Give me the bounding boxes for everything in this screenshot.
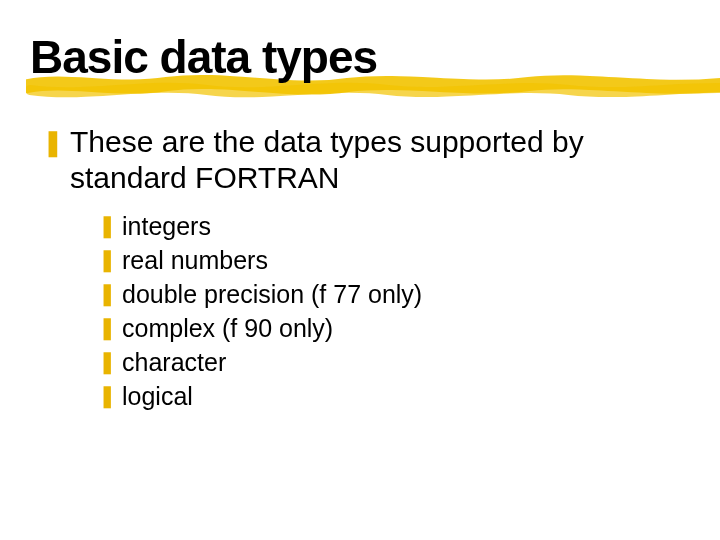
item-text: double precision (f 77 only) bbox=[122, 278, 422, 310]
bullet-icon: ❚ bbox=[98, 346, 116, 378]
bullet-icon: ❚ bbox=[42, 124, 64, 160]
item-text: integers bbox=[122, 210, 211, 242]
lead-item: ❚ These are the data types supported by … bbox=[42, 124, 690, 196]
item-text: logical bbox=[122, 380, 193, 412]
item-text: character bbox=[122, 346, 226, 378]
slide-title: Basic data types bbox=[30, 30, 690, 84]
list-item: ❚ double precision (f 77 only) bbox=[98, 278, 690, 310]
bullet-icon: ❚ bbox=[98, 278, 116, 310]
title-block: Basic data types bbox=[30, 30, 690, 84]
list-item: ❚ real numbers bbox=[98, 244, 690, 276]
slide-body: ❚ These are the data types supported by … bbox=[30, 124, 690, 412]
slide: Basic data types ❚ These are the data ty… bbox=[0, 0, 720, 412]
list-item: ❚ complex (f 90 only) bbox=[98, 312, 690, 344]
list-item: ❚ character bbox=[98, 346, 690, 378]
bullet-icon: ❚ bbox=[98, 380, 116, 412]
item-text: real numbers bbox=[122, 244, 268, 276]
bullet-icon: ❚ bbox=[98, 312, 116, 344]
bullet-icon: ❚ bbox=[98, 244, 116, 276]
sub-list: ❚ integers ❚ real numbers ❚ double preci… bbox=[42, 210, 690, 412]
list-item: ❚ logical bbox=[98, 380, 690, 412]
lead-text: These are the data types supported by st… bbox=[70, 124, 690, 196]
bullet-icon: ❚ bbox=[98, 210, 116, 242]
item-text: complex (f 90 only) bbox=[122, 312, 333, 344]
list-item: ❚ integers bbox=[98, 210, 690, 242]
